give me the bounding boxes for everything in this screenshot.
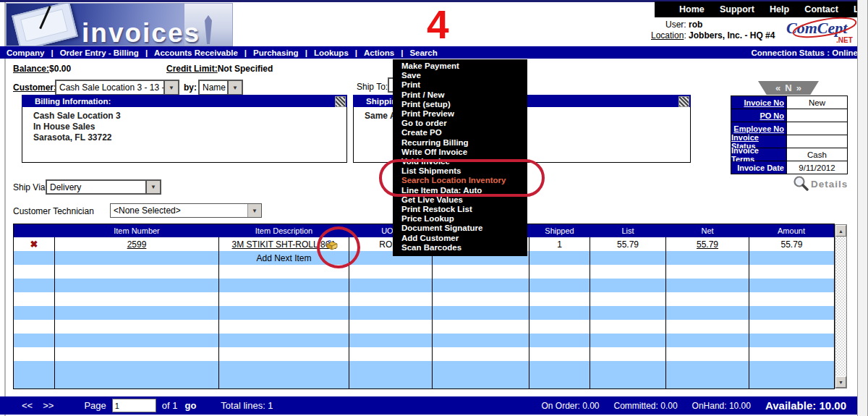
menu-item-search-location-inventory[interactable]: Search Location Inventory	[401, 176, 527, 185]
nav-order-entry-billing[interactable]: Order Entry - Billing	[54, 48, 145, 57]
menu-item-recurring-billing[interactable]: Recurring Billing	[401, 138, 527, 148]
menu-item-save[interactable]: Save	[401, 71, 527, 80]
menu-item-print-preview[interactable]: Print Preview	[401, 109, 527, 119]
nav-purchasing[interactable]: Purchasing	[247, 48, 305, 57]
ship-via-dropdown[interactable]: Delivery ▼	[46, 179, 161, 195]
menu-item-make-payment[interactable]: Make Payment	[401, 61, 527, 71]
table-cell	[349, 375, 433, 389]
scroll-up-icon[interactable]: ▲	[835, 225, 846, 237]
table-cell	[590, 347, 666, 361]
menu-item-add-customer[interactable]: Add Customer	[401, 234, 527, 243]
edit-note-icon[interactable]	[335, 96, 346, 107]
support-link[interactable]: Support	[720, 4, 754, 14]
table-cell	[529, 375, 590, 389]
menu-item-create-po[interactable]: Create PO	[401, 128, 527, 137]
item-description-link[interactable]: 3M STIKIT SHT-ROLL/80A	[232, 239, 336, 250]
location-label[interactable]: Location	[651, 30, 684, 41]
invoice-date-value[interactable]: 9/11/2012	[787, 161, 847, 174]
table-cell	[14, 251, 55, 265]
table-cell	[219, 320, 349, 334]
table-cell	[749, 334, 834, 347]
last-page-button[interactable]: >>	[43, 400, 54, 411]
package-question-icon[interactable]: ?	[325, 239, 339, 251]
table-cell	[349, 306, 433, 320]
scroll-down-icon[interactable]: ▼	[835, 376, 846, 388]
details-button[interactable]: Details	[793, 175, 848, 192]
table-cell	[433, 265, 529, 279]
table-scrollbar[interactable]: ▲ ▼	[835, 224, 847, 389]
help-link[interactable]: Help	[770, 4, 789, 14]
menu-item-price-lookup[interactable]: Price Lookup	[401, 214, 527, 224]
magnifier-icon	[793, 175, 810, 192]
nav-lookups[interactable]: Lookups	[307, 48, 355, 57]
po-no-value[interactable]	[787, 109, 847, 122]
billing-info-box: Billing Information: Cash Sale Location …	[22, 95, 347, 163]
customer-label[interactable]: Customer:	[13, 82, 56, 93]
menu-item-void-invoice[interactable]: Void Invoice	[401, 157, 527, 166]
table-cell	[55, 320, 219, 334]
table-cell	[529, 265, 590, 279]
record-navigator[interactable]: « N »	[758, 81, 819, 95]
menu-item-print-new[interactable]: Print / New	[401, 90, 527, 100]
dropdown-arrow-icon[interactable]: ▼	[145, 181, 160, 193]
nav-new-button[interactable]: N	[785, 82, 791, 93]
table-cell	[433, 375, 529, 389]
home-link[interactable]: Home	[679, 4, 705, 14]
menu-item-write-off-invoice[interactable]: Write Off Invoice	[401, 148, 527, 157]
menu-item-print[interactable]: Print	[401, 80, 527, 90]
menu-item-go-to-order[interactable]: Go to order	[401, 119, 527, 128]
nav-accounts-receivable[interactable]: Accounts Receivable	[148, 48, 244, 57]
table-row-empty	[14, 306, 834, 320]
customer-dropdown[interactable]: Cash Sale Location 3 - 13 - ▼	[55, 80, 179, 95]
nav-next-icon[interactable]: »	[796, 82, 801, 93]
page-input[interactable]	[112, 399, 156, 412]
employee-no-value[interactable]	[787, 122, 847, 135]
nav-company[interactable]: Company	[0, 48, 51, 57]
dropdown-arrow-icon[interactable]: ▼	[227, 81, 242, 94]
invoice-no-label[interactable]: Invoice No	[744, 98, 784, 107]
add-next-item-link[interactable]: Add Next Item	[219, 251, 349, 265]
page-scrollbar[interactable]	[857, 0, 868, 416]
credit-limit-label[interactable]: Credit Limit:	[166, 64, 218, 74]
item-number-link[interactable]: 2599	[127, 239, 147, 250]
table-cell	[14, 375, 55, 389]
table-cell	[14, 347, 55, 361]
first-page-button[interactable]: <<	[22, 400, 33, 411]
customer-sort-dropdown[interactable]: Name ▼	[198, 80, 243, 95]
contact-link[interactable]: Contact	[804, 4, 838, 14]
table-cell	[219, 292, 349, 306]
table-cell	[529, 292, 590, 306]
delete-column-header	[14, 224, 55, 237]
edit-note-icon[interactable]	[678, 96, 689, 107]
po-no-label[interactable]: PO No	[760, 111, 784, 120]
menu-item-scan-barcodes[interactable]: Scan Barcodes	[401, 243, 527, 252]
menu-item-print-restock-list[interactable]: Print Restock List	[401, 205, 527, 214]
employee-no-label[interactable]: Employee No	[733, 124, 784, 133]
delete-row-icon[interactable]: ✖	[30, 239, 38, 250]
menu-item-document-signature[interactable]: Document Signature	[401, 224, 527, 233]
table-cell	[666, 306, 749, 320]
menu-item-get-live-values[interactable]: Get Live Values	[401, 195, 527, 205]
table-cell	[590, 265, 666, 279]
go-button[interactable]: go	[184, 400, 196, 411]
nav-search[interactable]: Search	[403, 48, 443, 57]
table-cell	[749, 361, 834, 375]
balance-label[interactable]: Balance:	[13, 64, 49, 74]
comcept-logo: ComCept .NET	[786, 15, 858, 46]
customer-technician-select[interactable]: <None Selected> ▼	[110, 203, 262, 218]
nav-prev-icon[interactable]: «	[775, 82, 780, 93]
menu-item-line-item-data-auto[interactable]: Line Item Data: Auto	[401, 186, 527, 195]
menu-item-print-setup[interactable]: Print (setup)	[401, 100, 527, 109]
invoice-terms-value: Cash	[787, 148, 847, 161]
location-value: Jobbers, Inc. - HQ #4	[689, 30, 775, 41]
net-value-link[interactable]: 55.79	[697, 239, 718, 250]
menu-item-list-shipments[interactable]: List Shipments	[401, 166, 527, 176]
table-cell	[219, 334, 349, 347]
table-cell	[529, 306, 590, 320]
dropdown-arrow-icon[interactable]: ▼	[247, 204, 261, 217]
dropdown-arrow-icon[interactable]: ▼	[163, 81, 178, 94]
table-cell	[55, 251, 219, 265]
table-cell	[349, 361, 433, 375]
table-cell	[55, 292, 219, 306]
nav-actions[interactable]: Actions	[357, 48, 401, 57]
